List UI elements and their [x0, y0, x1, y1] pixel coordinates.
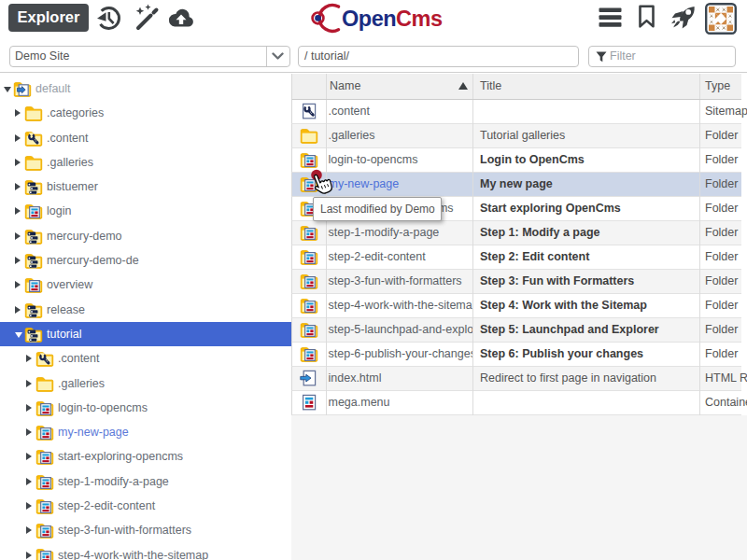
- svg-text:OpenCms: OpenCms: [342, 7, 443, 31]
